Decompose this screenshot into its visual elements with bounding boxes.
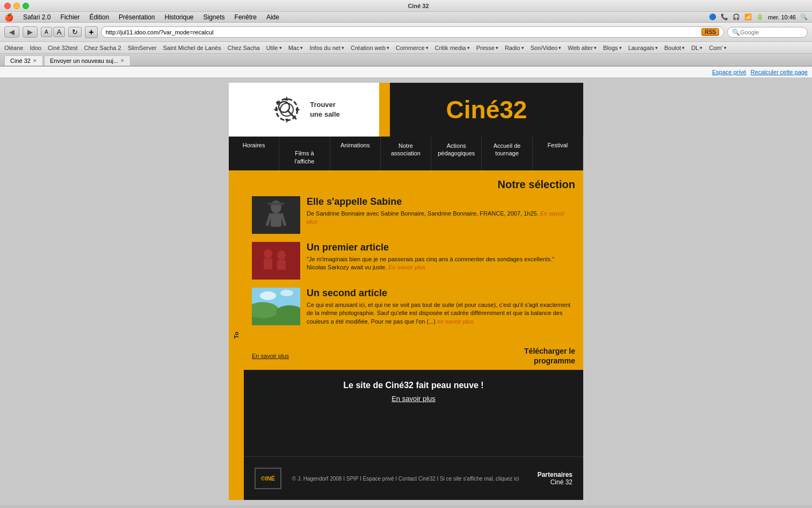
search-input[interactable] xyxy=(740,29,812,35)
search-line1: Trouver xyxy=(310,101,336,109)
url-input[interactable] xyxy=(106,29,702,35)
nav-festival[interactable]: Festival xyxy=(533,137,583,170)
bookmark-slimserver[interactable]: SlimServer xyxy=(128,45,157,51)
font-small-button[interactable]: A xyxy=(41,27,52,37)
menu-edition[interactable]: Édition xyxy=(85,13,113,21)
nav-horaires[interactable]: Horaires xyxy=(229,137,279,170)
toolbar: ◀ ▶ A A ↻ + RSS 🔍 xyxy=(0,23,812,42)
bookmark-saint-michel[interactable]: Saint Michel de Lanès xyxy=(163,45,221,51)
espace-prive-link[interactable]: Espace privé xyxy=(712,69,746,75)
bookmark-mac[interactable]: Mac xyxy=(288,45,303,51)
footer-partners-label: Partenaires xyxy=(538,471,572,478)
menu-presentation[interactable]: Présentation xyxy=(114,13,159,21)
menu-safari[interactable]: Safari 2.0 xyxy=(19,13,55,21)
site-title-block: Ciné32 xyxy=(390,83,583,137)
rss-button[interactable]: RSS xyxy=(701,28,719,36)
news-section: Le site de Ciné32 fait peau neuve ! En s… xyxy=(244,370,583,413)
en-savoir-center[interactable]: En savoir plus xyxy=(252,353,289,359)
recalculer-link[interactable]: Recalculer cette page xyxy=(751,69,808,75)
tab-cine32[interactable]: Ciné 32 ✕ xyxy=(4,55,43,66)
bookmark-chez-sacha[interactable]: Chez Sacha xyxy=(228,45,260,51)
bookmark-critik[interactable]: Critik media xyxy=(435,45,470,51)
minimize-button[interactable] xyxy=(13,3,20,9)
address-bar[interactable]: RSS xyxy=(101,26,724,38)
nav-actions-pedagogiques[interactable]: Actionspédagogiques xyxy=(431,137,482,170)
menu-historique[interactable]: Historique xyxy=(160,13,198,21)
menu-aide[interactable]: Aide xyxy=(262,13,284,21)
orange-stripe xyxy=(379,83,390,137)
phone-icon: 📞 xyxy=(721,13,728,20)
bluetooth-icon: 🔵 xyxy=(709,13,716,20)
forward-button[interactable]: ▶ xyxy=(23,26,38,38)
main-content-row: To Notre sélection xyxy=(229,170,583,500)
film-link-second[interactable]: en savoir plus xyxy=(437,318,474,325)
bookmark-infos-net[interactable]: Infos du net xyxy=(309,45,344,51)
svg-point-21 xyxy=(260,291,276,300)
bookmark-chez-sacha2[interactable]: Chez Sacha 2 xyxy=(84,45,121,51)
bookmark-utile[interactable]: Utile xyxy=(266,45,282,51)
bookmark-boulot[interactable]: Boulot xyxy=(664,45,685,51)
tab-nouveau-sujet[interactable]: Envoyer un nouveau suj... ✕ xyxy=(44,55,130,66)
title-bar-left xyxy=(4,3,29,9)
bookmark-com[interactable]: Com' xyxy=(709,45,726,51)
search-bar[interactable]: 🔍 xyxy=(727,27,808,38)
nav-animations[interactable]: Animations xyxy=(330,137,381,170)
nav-accueil-tournage[interactable]: Accueil detournage xyxy=(482,137,532,170)
tab-close-nouveau-sujet[interactable]: ✕ xyxy=(120,58,125,63)
tab-close-cine32[interactable]: ✕ xyxy=(33,58,37,63)
bookmark-creation-web[interactable]: Création web xyxy=(351,45,389,51)
maximize-button[interactable] xyxy=(23,3,29,9)
bookmark-lauragais[interactable]: Lauragais xyxy=(628,45,658,51)
nav-association[interactable]: Notreassociation xyxy=(381,137,431,170)
menu-signets[interactable]: Signets xyxy=(199,13,229,21)
bookmark-blogs[interactable]: Blogs xyxy=(603,45,622,51)
film-link-premier[interactable]: En savoir plus xyxy=(388,264,425,270)
film-thumb-sabine xyxy=(252,196,300,234)
svg-rect-7 xyxy=(271,213,281,227)
refresh-button[interactable]: ↻ xyxy=(68,27,82,37)
bookmark-oleane[interactable]: Oléane xyxy=(4,45,23,51)
svg-point-22 xyxy=(280,290,293,296)
back-icon: ◀ xyxy=(9,28,15,36)
film-item-second: Un second article Ce qui est amusant ici… xyxy=(252,288,575,326)
bookmark-commerce[interactable]: Commerce xyxy=(396,45,429,51)
film-info-sabine: Elle s'appelle Sabine De Sandrine Bonnai… xyxy=(307,196,575,226)
bookmark-cine32test[interactable]: Ciné 32test xyxy=(48,45,78,51)
svg-rect-15 xyxy=(252,242,300,280)
nav-films[interactable]: Films àl'affiche xyxy=(279,137,330,170)
menu-fichier[interactable]: Fichier xyxy=(56,13,84,21)
menu-fenetre[interactable]: Fenêtre xyxy=(230,13,261,21)
bookmark-idoo[interactable]: Idoo xyxy=(30,45,41,51)
film-info-premier: Un premier article "Je m'imaginais bien … xyxy=(307,242,575,272)
film-title-premier: Un premier article xyxy=(307,242,575,253)
left-sidebar: To xyxy=(229,170,244,500)
bookmark-radio[interactable]: Radio xyxy=(505,45,524,51)
film-thumb-premier xyxy=(252,242,300,280)
center-content: Notre sélection xyxy=(244,170,583,500)
bookmark-dl[interactable]: DL xyxy=(691,45,702,51)
font-large-button[interactable]: A xyxy=(53,27,66,37)
bookmark-web-alter[interactable]: Web alter xyxy=(568,45,597,51)
download-link[interactable]: Télécharger leprogramme xyxy=(524,346,575,366)
browser-window: Ciné 32 🍎 Safari 2.0 Fichier Édition Pré… xyxy=(0,0,812,508)
site-logo-left: Trouver une salle xyxy=(229,83,379,137)
apple-menu[interactable]: 🍎 xyxy=(4,13,13,22)
bookmark-presse[interactable]: Presse xyxy=(476,45,498,51)
tab-label-nouveau-sujet: Envoyer un nouveau suj... xyxy=(50,58,118,64)
add-bookmark-button[interactable]: + xyxy=(85,26,97,38)
back-button[interactable]: ◀ xyxy=(4,26,19,38)
search-glass-icon: 🔍 xyxy=(732,28,740,36)
second-thumbnail xyxy=(252,288,300,325)
film-title-sabine: Elle s'appelle Sabine xyxy=(307,196,575,208)
bookmark-son-video[interactable]: Son/Video xyxy=(531,45,562,51)
forward-icon: ▶ xyxy=(27,28,33,36)
footer-partners: Partenaires Ciné 32 xyxy=(538,471,572,486)
tabs-bar: Ciné 32 ✕ Envoyer un nouveau suj... ✕ xyxy=(0,54,812,67)
page-wrapper: Espace privé Recalculer cette page xyxy=(0,67,812,505)
bookmarks-bar: Oléane Idoo Ciné 32test Chez Sacha 2 Sli… xyxy=(0,42,812,54)
tab-label-cine32: Ciné 32 xyxy=(10,58,31,64)
news-link[interactable]: En savoir plus xyxy=(252,395,575,403)
close-button[interactable] xyxy=(4,3,11,9)
search-widget-text: Trouver une salle xyxy=(310,100,340,119)
site-header: Trouver une salle Ciné32 xyxy=(229,83,583,137)
